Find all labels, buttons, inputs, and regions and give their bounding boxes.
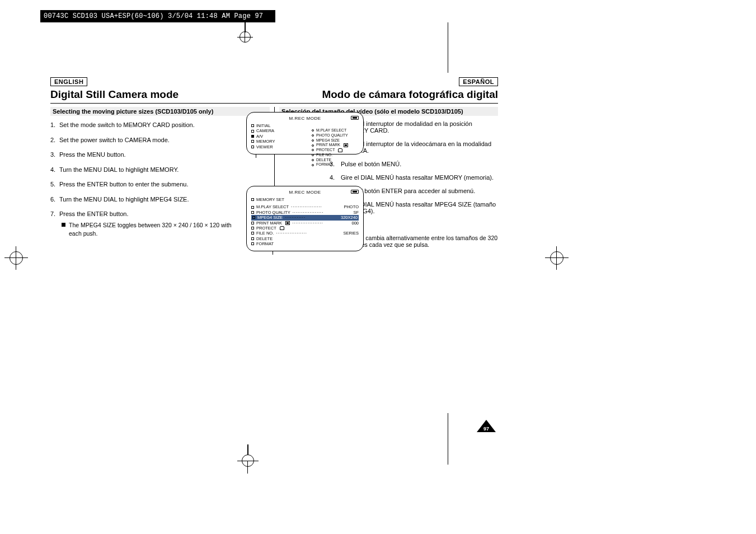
osd-subitem: MPEG4 SIZE — [316, 138, 340, 143]
trim-line-bottom — [247, 444, 248, 455]
trim-line-bottom-right — [448, 413, 448, 465]
osd-item: MEMORY — [256, 139, 281, 144]
step-text: Press the ENTER button. — [59, 210, 129, 217]
bullet-square-icon — [62, 223, 65, 227]
osd-value: PHOTO — [344, 204, 359, 209]
osd-subitem: M.PLAY SELECT — [316, 128, 346, 133]
step-text: Turn the MENU DIAL to highlight MEMORY. — [59, 166, 179, 173]
trim-line-top-right — [448, 22, 448, 73]
print-icon — [285, 221, 290, 225]
osd-item: DELETE — [256, 236, 273, 241]
camera-osd-menu-2: M.REC MODE MEMORY SET M.PLAY SELECT ····… — [246, 186, 364, 251]
osd-subitem: PROTECT — [316, 148, 335, 153]
registration-mark-right — [548, 250, 565, 266]
osd-item: PHOTO QUALITY — [256, 210, 290, 215]
osd-subitem: PRINT MARK — [316, 143, 340, 148]
language-tag-left: ENGLISH — [50, 77, 87, 86]
crop-mark-top — [240, 27, 251, 38]
osd-item: VIEWER — [256, 144, 281, 149]
osd-item: MPEG4 SIZE — [257, 215, 283, 220]
osd-item: FORMAT — [256, 241, 274, 246]
registration-mark-left — [8, 250, 25, 266]
steps-left: 1.Set the mode switch to MEMORY CARD pos… — [50, 120, 235, 238]
osd-title: M.REC MODE — [289, 116, 321, 121]
osd-item: M.PLAY SELECT — [256, 204, 289, 209]
osd-item: PRINT MARK — [256, 221, 282, 226]
section-title-right: Modo de cámara fotográfica digital — [322, 88, 498, 101]
osd-title: M.REC MODE — [289, 190, 321, 195]
step-text: Ajuste el interruptor de la videocámara … — [341, 140, 498, 154]
step-text: Set the power switch to CAMERA mode. — [59, 137, 170, 143]
substep-text: The MPEG4 SIZE toggles between 320 × 240… — [69, 221, 235, 239]
step-text: Pulse el botón MENÚ. — [341, 161, 401, 167]
osd-item: MEMORY SET — [256, 197, 284, 202]
camera-osd-menu-1: M.REC MODE INITIAL CAMERA A/V MEMORY VIE… — [246, 112, 364, 154]
page-number-badge: 97 — [477, 418, 496, 432]
step-text: Ajuste el interruptor de modalidad en la… — [341, 120, 498, 134]
step-text: Press the ENTER button to enter the subm… — [59, 181, 189, 188]
subheading-left: Selecting the moving picture sizes (SCD1… — [50, 107, 270, 116]
battery-icon — [351, 116, 359, 120]
step-text: Turn the MENU DIAL to highlight MPEG4 SI… — [59, 196, 189, 203]
crop-mark-bottom — [240, 455, 256, 471]
language-tag-right: ESPAÑOL — [459, 77, 498, 86]
battery-icon — [351, 190, 359, 194]
osd-value: SF — [353, 210, 359, 215]
osd-item: CAMERA — [256, 128, 281, 133]
osd-value: SERIES — [343, 231, 359, 236]
lock-icon — [280, 226, 284, 230]
print-icon — [344, 143, 348, 147]
step-text: Gire el DIAL MENÚ hasta resaltar MPEG4 S… — [341, 201, 498, 214]
osd-value: 000 — [351, 221, 359, 226]
title-rule — [50, 103, 498, 104]
osd-item: A/V — [256, 134, 281, 139]
step-text: Press the MENU button. — [59, 151, 126, 158]
step-text: Gire el DIAL MENÚ hasta resaltar MEMORY … — [341, 174, 494, 181]
print-job-header: 00743C SCD103 USA+ESP(60~106) 3/5/04 11:… — [40, 10, 275, 22]
osd-subitem: PHOTO QUALITY — [316, 133, 348, 138]
section-title-left: Digital Still Camera mode — [50, 88, 179, 101]
osd-item: INITIAL — [256, 123, 281, 128]
osd-subitem: FILE NO. — [316, 153, 332, 158]
lock-icon — [338, 148, 342, 152]
step-text: Set the mode switch to MEMORY CARD posit… — [59, 121, 195, 128]
osd-item: FILE NO. — [256, 231, 274, 236]
osd-subitem: DELETE — [316, 158, 331, 163]
osd-item: PROTECT — [256, 226, 276, 231]
osd-value: 320X240 — [341, 215, 358, 220]
osd-subitem: FORMAT — [316, 162, 332, 167]
